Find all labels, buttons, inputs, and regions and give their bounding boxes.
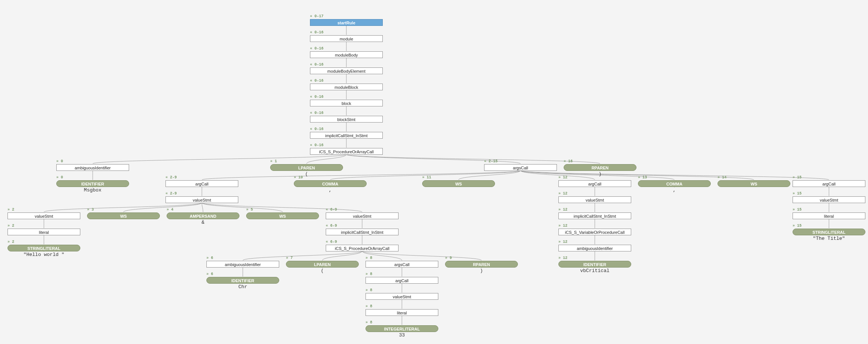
node-box: implicitCallStmt_InStmt <box>310 132 383 139</box>
node-n42[interactable]: » 12iCS_S_VariableOrProcedureCall <box>558 224 631 235</box>
node-n23: » 3WS <box>87 208 160 219</box>
node-box: implicitCallStmt_InStmt <box>326 229 399 235</box>
node-box: moduleBody <box>310 51 383 58</box>
node-n31[interactable]: » 6ambiguousIdentifier <box>206 256 279 268</box>
node-index: » 8 <box>366 320 438 325</box>
leaf-text: 33 <box>399 332 405 338</box>
node-box: startRule <box>310 19 383 26</box>
node-n2[interactable]: « 0-16moduleBody <box>310 46 383 58</box>
node-box: implicitCallStmt_InStmt <box>558 212 631 219</box>
node-index: » 0 <box>56 159 129 163</box>
node-box: moduleBodyElement <box>310 67 383 74</box>
node-index: » 8 <box>366 256 438 260</box>
node-index: » 12 <box>558 191 631 196</box>
node-n36[interactable]: » 8argCall <box>366 272 438 284</box>
node-box: LPAREN <box>286 261 359 268</box>
node-box: iCS_S_ProcedureOrArrayCall <box>310 148 383 155</box>
node-box: argsCall <box>484 164 557 171</box>
node-index: » 6 <box>206 256 279 260</box>
node-n1[interactable]: « 0-16module <box>310 30 383 42</box>
node-n20[interactable]: » 15argCall <box>793 175 865 187</box>
tree-diagram: « 0-17startRule« 0-16module« 0-16moduleB… <box>0 0 868 344</box>
node-box: valueStmt <box>326 212 399 219</box>
node-index: » 0 <box>56 175 129 179</box>
node-box: RPAREN <box>445 261 518 268</box>
node-n45[interactable]: » 15valueStmt <box>793 191 865 203</box>
node-box: WS <box>246 212 319 219</box>
node-n22[interactable]: » 2valueStmt <box>8 208 80 219</box>
node-n10: » 1LPAREN <box>270 159 343 171</box>
node-box: iCS_S_VariableOrProcedureCall <box>558 229 631 235</box>
node-box: literal <box>366 309 438 316</box>
node-index: « 0-16 <box>310 111 383 115</box>
node-index: » 10 <box>294 175 367 179</box>
node-n11[interactable]: « 2-15argsCall <box>484 159 557 171</box>
leaf-text: ( <box>321 268 324 274</box>
node-index: « 0-16 <box>310 30 383 34</box>
node-n41[interactable]: » 12implicitCallStmt_InStmt <box>558 208 631 219</box>
node-n7[interactable]: « 0-16implicitCallStmt_InStmt <box>310 127 383 139</box>
node-index: « 2-9 <box>165 175 238 179</box>
node-n43[interactable]: » 12ambiguousIdentifier <box>558 240 631 251</box>
node-box: ambiguousIdentifier <box>558 245 631 251</box>
node-index: » 12 <box>558 224 631 228</box>
node-n17[interactable]: » 12argCall <box>558 175 631 187</box>
node-n33[interactable]: » 8argsCall <box>366 256 438 268</box>
node-n3[interactable]: « 0-16moduleBodyElement <box>310 63 383 74</box>
node-n4[interactable]: « 0-16moduleBlock <box>310 79 383 90</box>
node-n13: » 0IDENTIFIER <box>56 175 129 187</box>
node-n37[interactable]: » 8valueStmt <box>366 288 438 300</box>
node-index: « 0-17 <box>310 14 383 18</box>
node-n16: » 11WS <box>422 175 495 187</box>
node-index: « 0-16 <box>310 95 383 99</box>
node-n27[interactable]: » 2literal <box>8 224 80 235</box>
node-box: COMMA <box>638 180 711 187</box>
node-index: » 2 <box>8 208 80 212</box>
node-index: » 12 <box>558 208 631 212</box>
leaf-text: "Hello world " <box>23 252 64 257</box>
leaf-text: & <box>202 220 205 225</box>
node-n38[interactable]: » 8literal <box>366 304 438 316</box>
node-n40[interactable]: » 12valueStmt <box>558 191 631 203</box>
node-n9[interactable]: » 0ambiguousIdentifier <box>56 159 129 171</box>
leaf-text: "The Title" <box>813 236 845 241</box>
node-box: literal <box>8 229 80 235</box>
leaf-text: vbCritical <box>580 268 609 274</box>
node-box: WS <box>87 212 160 219</box>
node-index: » 1 <box>270 159 343 163</box>
node-index: « 2-9 <box>165 191 238 196</box>
node-index: » 7 <box>286 256 359 260</box>
node-index: « 0-16 <box>310 63 383 67</box>
node-box: moduleBlock <box>310 84 383 90</box>
node-n25: » 5WS <box>246 208 319 219</box>
node-n29[interactable]: « 6-9implicitCallStmt_InStmt <box>326 224 399 235</box>
node-index: » 8 <box>366 272 438 276</box>
node-box: argCall <box>558 180 631 187</box>
node-n44: » 12IDENTIFIER <box>558 256 631 268</box>
node-n46[interactable]: » 15literal <box>793 208 865 219</box>
leaf-text: , <box>673 187 676 193</box>
node-index: » 16 <box>564 159 636 163</box>
node-index: « 0-16 <box>310 127 383 131</box>
node-n5[interactable]: « 0-16block <box>310 95 383 106</box>
node-index: » 5 <box>246 208 319 212</box>
node-index: » 15 <box>793 224 865 228</box>
node-box: argsCall <box>366 261 438 268</box>
node-index: » 13 <box>638 175 711 179</box>
node-box: argCall <box>165 180 238 187</box>
node-n21[interactable]: « 2-9valueStmt <box>165 191 238 203</box>
node-n0[interactable]: « 0-17startRule <box>310 14 383 26</box>
node-box: block <box>310 100 383 106</box>
node-box: IDENTIFIER <box>206 277 279 284</box>
node-n8[interactable]: « 0-16iCS_S_ProcedureOrArrayCall <box>310 143 383 155</box>
node-n14[interactable]: « 2-9argCall <box>165 175 238 187</box>
node-n30[interactable]: « 6-9iCS_S_ProcedureOrArrayCall <box>326 240 399 251</box>
node-box: IDENTIFIER <box>558 261 631 268</box>
leaf-text: ( <box>305 171 308 177</box>
node-n28: » 2STRINGLITERAL <box>8 240 80 251</box>
node-n26[interactable]: « 6-9valueStmt <box>326 208 399 219</box>
node-index: « 0-16 <box>310 143 383 147</box>
node-index: » 12 <box>558 256 631 260</box>
node-box: WS <box>718 180 790 187</box>
node-n6[interactable]: « 0-16blockStmt <box>310 111 383 123</box>
